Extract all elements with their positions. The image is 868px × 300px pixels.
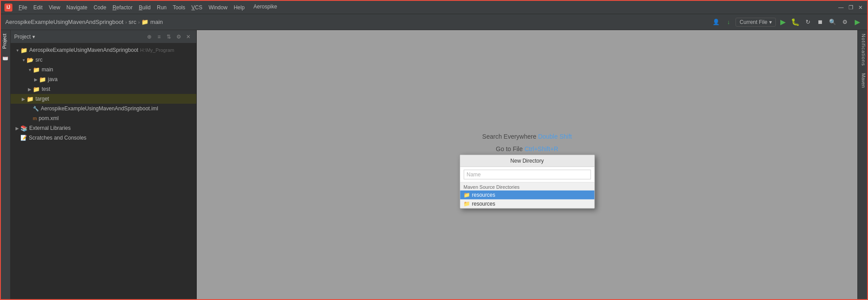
menu-code[interactable]: Code [91,4,109,12]
project-dropdown[interactable]: Project ▾ [14,34,35,40]
editor-area: Search Everywhere Double Shift Go to Fil… [197,30,857,300]
maximize-button[interactable]: ❐ [848,4,854,11]
aerospike-label: Aerospike [253,4,277,12]
menu-view[interactable]: View [46,4,63,12]
dialog-item-resources-2[interactable]: 📁 resources [460,199,594,208]
tree-icon-scratch: 📝 [20,135,27,141]
profile-icon[interactable]: 👤 [711,17,721,27]
project-panel-header: Project ▾ ⊕ ≡ ⇅ ⚙ ✕ [11,30,196,43]
project-tab[interactable]: Project [1,30,10,52]
tree-arrow-java: ▶ [33,77,39,82]
maven-tab[interactable]: Maven [858,70,867,91]
main-layout: Project 📖 Project ▾ ⊕ ≡ ⇅ ⚙ ✕ ▾ 📁 Aero [1,30,867,300]
menu-file[interactable]: File [16,4,30,12]
vcs-update-icon[interactable]: ↓ [723,17,734,27]
current-file-label: Current File [740,19,767,25]
reload-button[interactable]: ↻ [802,17,813,27]
menu-run[interactable]: Run [154,4,169,12]
breadcrumb-project[interactable]: AerospikeExampleUsingMavenAndSpringboot [5,19,124,25]
tree-label-target: target [35,96,49,102]
tree-item-ext[interactable]: ▶ 📚 External Libraries [11,123,196,133]
left-side-tabs: Project 📖 [1,30,11,300]
run-button[interactable]: ▶ [778,17,788,27]
settings-icon[interactable]: ⚙ [840,17,850,27]
breadcrumb-main[interactable]: main [150,19,163,25]
stop-button[interactable]: ⏹ [815,17,825,27]
title-bar: IJ File Edit View Navigate Code Refactor… [1,1,867,14]
right-side-panel: Notifications Maven [857,30,867,300]
menu-tools[interactable]: Tools [170,4,188,12]
tree-icon-java: 📁 [39,76,46,83]
file-tree: ▾ 📁 AerospikeExampleUsingMavenAndSpringb… [11,43,196,300]
menu-refactor[interactable]: Refactor [110,4,135,12]
tree-label-test: test [42,86,50,92]
breadcrumb-src[interactable]: src [128,19,136,25]
tree-label-pom: pom.xml [39,115,58,121]
panel-close-icon[interactable]: ✕ [184,32,193,41]
menu-navigate[interactable]: Navigate [64,4,90,12]
tree-icon-test: 📁 [33,86,40,93]
tree-item-target[interactable]: ▶ 📁 target [11,94,196,104]
project-dropdown-chevron: ▾ [32,34,35,40]
tree-item-iml[interactable]: ▶ 🔧 AerospikeExampleUsingMavenAndSpringb… [11,104,196,113]
menu-bar: File Edit View Navigate Code Refactor Bu… [16,4,838,12]
tree-icon-main: 📁 [33,66,40,73]
tree-icon-root: 📁 [20,47,27,54]
bookmarks-tab[interactable]: 📖 [1,52,10,65]
tree-label-src: src [35,57,43,63]
minimize-button[interactable]: — [838,4,844,11]
dialog-folder-icon-1: 📁 [463,192,470,198]
run-configs-icon[interactable]: ▶ [852,17,863,27]
tree-arrow-target: ▶ [20,97,27,101]
panel-collapse-all-icon[interactable]: ≡ [155,32,163,41]
breadcrumb-sep-2: › [138,19,140,25]
tree-item-root[interactable]: ▾ 📁 AerospikeExampleUsingMavenAndSpringb… [11,45,196,55]
window-controls: — ❐ ✕ [838,4,864,11]
menu-build[interactable]: Build [136,4,153,12]
breadcrumb-sep-1: › [125,19,127,25]
tree-item-main[interactable]: ▾ 📁 main [11,65,196,74]
tree-label-root: AerospikeExampleUsingMavenAndSpringboot [29,47,138,53]
tree-icon-pom: m [33,116,37,121]
tree-arrow-ext: ▶ [14,126,20,131]
breadcrumb-folder-icon: 📁 [141,19,148,25]
current-file-dropdown[interactable]: Current File ▾ [736,18,776,27]
tree-icon-iml: 🔧 [33,106,39,112]
menu-vcs[interactable]: VCS [189,4,205,12]
tree-arrow-test: ▶ [27,87,33,92]
tree-item-pom[interactable]: ▶ m pom.xml [11,113,196,123]
directory-name-input[interactable] [463,170,591,179]
tree-icon-ext: 📚 [20,125,27,132]
panel-settings-icon[interactable]: ⚙ [174,32,183,41]
tree-label-main: main [42,66,53,73]
dialog-item-label-2: resources [472,201,495,207]
dialog-input-row [460,167,594,183]
tree-icon-src: 📂 [27,57,34,63]
debug-button[interactable]: 🐛 [790,17,801,27]
close-button[interactable]: ✕ [857,4,864,11]
dialog-item-resources-1[interactable]: 📁 resources [460,191,594,199]
menu-window[interactable]: Window [206,4,230,12]
search-everywhere-icon[interactable]: 🔍 [827,17,838,27]
nav-toolbar-right: 👤 ↓ Current File ▾ ▶ 🐛 ↻ ⏹ 🔍 ⚙ ▶ [711,17,863,27]
dialog-folder-icon-2: 📁 [463,201,470,207]
panel-toolbar-icons: ⊕ ≡ ⇅ ⚙ ✕ [145,32,193,41]
tree-label-scratch: Scratches and Consoles [29,135,86,141]
tree-item-test[interactable]: ▶ 📁 test [11,84,196,94]
tree-item-src[interactable]: ▾ 📂 src [11,55,196,65]
tree-item-scratch[interactable]: ▶ 📝 Scratches and Consoles [11,133,196,143]
new-directory-dialog: New Directory Maven Source Directories 📁… [459,155,595,209]
menu-help[interactable]: Help [231,4,247,12]
panel-expand-icon[interactable]: ⇅ [164,32,173,41]
tree-item-java[interactable]: ▶ 📁 java [11,74,196,84]
notifications-tab[interactable]: Notifications [858,30,867,70]
breadcrumb: AerospikeExampleUsingMavenAndSpringboot … [5,19,708,25]
tree-path-root: H:\My_Program [140,47,174,53]
tree-arrow-src: ▾ [20,58,27,62]
project-panel: Project ▾ ⊕ ≡ ⇅ ⚙ ✕ ▾ 📁 AerospikeExample… [11,30,197,300]
tree-label-ext: External Libraries [29,125,70,131]
menu-edit[interactable]: Edit [31,4,45,12]
dialog-section-label: Maven Source Directories [460,183,594,191]
tree-arrow-root: ▾ [14,48,20,53]
panel-sync-icon[interactable]: ⊕ [145,32,154,41]
